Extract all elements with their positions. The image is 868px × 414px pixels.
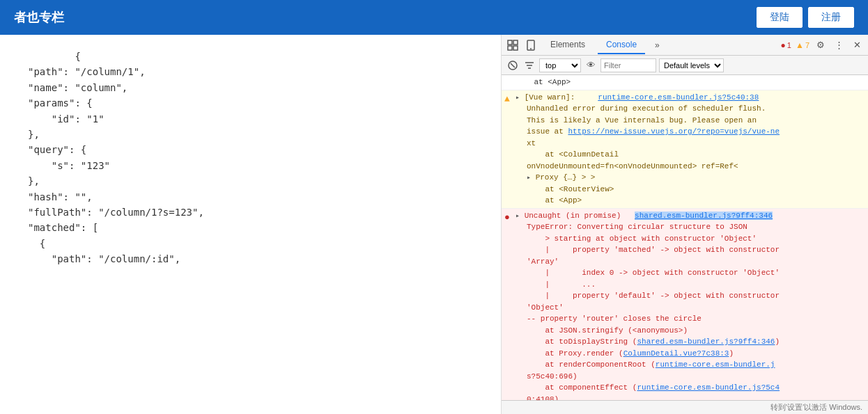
error-count: 1 — [787, 41, 791, 49]
error-content: ▸ Uncaught (in promise) shared.esm-bundl… — [516, 210, 865, 401]
warn-line-6: onVnodeUnmounted=fn<onVnodeUnmounted> re… — [527, 161, 865, 173]
error-line-2: | property 'matched' -> object with cons… — [527, 244, 865, 256]
vue-issue-link[interactable]: https://new-issue.vuejs.org/?repo=vuejs/… — [568, 127, 780, 136]
error-line-13: s?5c40:696) — [527, 371, 865, 383]
warn-line-4: xt — [527, 138, 865, 150]
clear-console-icon[interactable] — [506, 58, 520, 72]
console-entry-error: ● ▸ Uncaught (in promise) shared.esm-bun… — [502, 209, 868, 401]
json-content: { "path": "/column/1", "name": "column",… — [28, 49, 473, 266]
error-line-6: | property 'default' -> object with cons… — [527, 290, 865, 302]
svg-rect-0 — [508, 40, 512, 45]
error-line-3: 'Array' — [527, 256, 865, 268]
tab-elements[interactable]: Elements — [542, 36, 594, 54]
error-line-7: 'Object' — [527, 302, 865, 314]
error-line-1: > starting at object with constructor 'O… — [527, 233, 865, 245]
expand-icon[interactable]: ▸ — [516, 94, 520, 102]
devtools-top-icons: Elements Console » ● 1 ▲ 7 ⚙ ⋮ ✕ — [502, 35, 868, 56]
error-line-9: at JSON.stringify (<anonymous>) — [527, 325, 865, 337]
svg-point-5 — [530, 48, 532, 49]
left-panel: { "path": "/column/1", "name": "column",… — [0, 35, 502, 414]
warn-link[interactable]: runtime-core.esm-bundler.js?5c40:38 — [598, 93, 759, 102]
filter-input[interactable] — [600, 58, 656, 72]
warn-line-3: issue at https://new-issue.vuejs.org/?re… — [527, 126, 865, 138]
error-line-14: at componentEffect (runtime-core.esm-bun… — [527, 382, 865, 394]
warn-proxy: ▸ Proxy {…} > > — [527, 172, 865, 184]
proxy-expand-icon[interactable]: ▸ — [527, 174, 531, 182]
more-options-icon[interactable]: ⋮ — [832, 38, 846, 52]
warn-line-2: This is likely a Vue internals bug. Plea… — [527, 115, 865, 127]
eye-icon[interactable]: 👁 — [584, 58, 598, 72]
error-circle-icon: ● — [504, 211, 510, 225]
warn-triangle-icon: ▲ — [504, 93, 510, 106]
error-line-5: | ... — [527, 279, 865, 291]
svg-line-7 — [511, 63, 515, 67]
close-icon[interactable]: ✕ — [850, 38, 864, 52]
warn-count: 7 — [805, 41, 809, 49]
warn-body: Unhandled error during execution of sche… — [516, 103, 865, 207]
mobile-icon[interactable] — [524, 38, 538, 52]
warn-line-7: at <RouterView> — [527, 184, 865, 196]
tab-console[interactable]: Console — [598, 36, 645, 54]
link-shared[interactable]: shared.esm-bundler.js?9ff4:346 — [637, 337, 775, 346]
error-label: Uncaught (in promise) — [525, 212, 630, 220]
error-badge: ● 1 — [781, 40, 791, 50]
statusbar: 转到'设置'以激活 Windows. — [502, 400, 868, 414]
nav-bar: 者也专栏 登陆 注册 — [0, 0, 868, 35]
error-icon: ● — [781, 40, 786, 50]
console-entry-app: at <App> — [502, 75, 868, 90]
context-selector[interactable]: top — [539, 58, 581, 72]
entry-text: at <App> — [516, 78, 571, 86]
nav-title: 者也专栏 — [14, 9, 64, 26]
error-line-15: 0:4108) — [527, 394, 865, 401]
link-runtime1[interactable]: runtime-core.esm-bundler.j — [656, 360, 775, 369]
console-entry-warn: ▲ ▸ [Vue warn]: runtime-core.esm-bundler… — [502, 90, 868, 209]
error-line-8: -- property 'router' closes the circle — [527, 313, 865, 325]
error-line-12: at renderComponentRoot (runtime-core.esm… — [527, 359, 865, 371]
warn-badge: ▲ 7 — [796, 40, 809, 50]
svg-rect-1 — [513, 40, 518, 45]
svg-rect-2 — [508, 46, 512, 50]
svg-rect-3 — [513, 46, 518, 50]
error-line-4: | index 0 -> object with constructor 'Ob… — [527, 267, 865, 279]
error-line-11: at Proxy.render (ColumnDetail.vue?7c38:3… — [527, 348, 865, 360]
warn-header: ▸ [Vue warn]: runtime-core.esm-bundler.j… — [516, 93, 759, 102]
error-type: TypeError: Converting circular structure… — [527, 221, 865, 233]
nav-buttons: 登陆 注册 — [757, 7, 854, 28]
main-area: { "path": "/column/1", "name": "column",… — [0, 35, 868, 414]
link-column-detail[interactable]: ColumnDetail.vue?7c38:3 — [623, 349, 729, 358]
levels-selector[interactable]: Default levels Verbose Info Warnings Err… — [659, 58, 724, 72]
statusbar-text: 转到'设置'以激活 Windows. — [770, 402, 862, 413]
warn-icon: ▲ — [796, 40, 804, 50]
warn-label: [Vue warn]: — [525, 93, 594, 102]
warn-line-8: at <App> — [527, 195, 865, 207]
register-button[interactable]: 注册 — [808, 7, 854, 28]
error-link[interactable]: shared.esm-bundler.js?9ff4:346 — [635, 212, 773, 220]
devtools-panel: Elements Console » ● 1 ▲ 7 ⚙ ⋮ ✕ — [502, 35, 868, 414]
warn-content: ▸ [Vue warn]: runtime-core.esm-bundler.j… — [516, 92, 865, 207]
inspect-icon[interactable] — [506, 38, 520, 52]
filter-icon[interactable] — [522, 58, 536, 72]
settings-icon[interactable]: ⚙ — [814, 38, 828, 52]
warn-line-1: Unhandled error during execution of sche… — [527, 103, 865, 115]
error-line-10: at toDisplayString (shared.esm-bundler.j… — [527, 336, 865, 348]
warn-line-5: at <ColumnDetail — [527, 149, 865, 161]
link-runtime2[interactable]: runtime-core.esm-bundler.js?5c4 — [637, 383, 780, 392]
tab-more[interactable]: » — [649, 37, 665, 54]
error-body: TypeError: Converting circular structure… — [516, 221, 865, 400]
error-header: ▸ Uncaught (in promise) shared.esm-bundl… — [516, 212, 773, 220]
console-content: at <App> ▲ ▸ [Vue warn]: runtime-core.es… — [502, 75, 868, 400]
login-button[interactable]: 登陆 — [757, 7, 803, 28]
devtools-toolbar: top 👁 Default levels Verbose Info Warnin… — [502, 56, 868, 75]
error-expand-icon[interactable]: ▸ — [516, 212, 520, 220]
